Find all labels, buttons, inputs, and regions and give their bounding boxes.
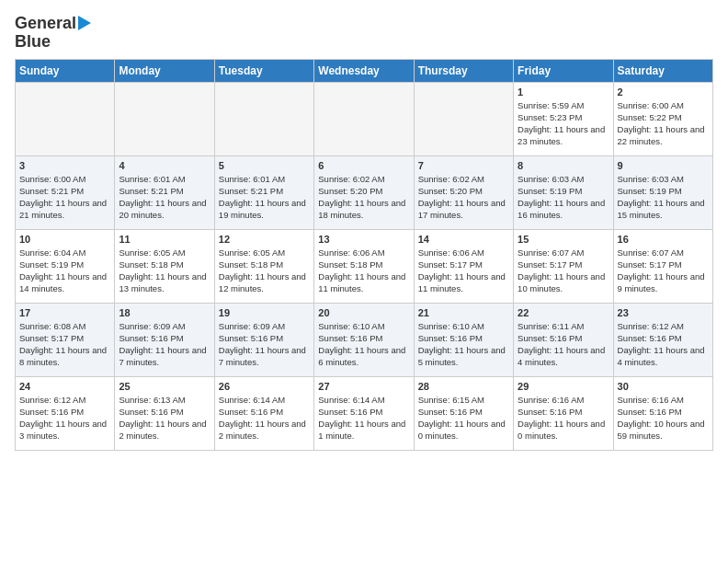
calendar-cell: 2Sunrise: 6:00 AMSunset: 5:22 PMDaylight… <box>613 82 712 155</box>
day-number: 25 <box>119 381 210 392</box>
day-header-saturday: Saturday <box>613 59 712 82</box>
day-number: 2 <box>618 86 709 98</box>
day-number: 13 <box>318 234 409 245</box>
calendar-week-1: 1Sunrise: 5:59 AMSunset: 5:23 PMDaylight… <box>16 82 713 155</box>
day-info: Sunrise: 6:10 AMSunset: 5:16 PMDaylight:… <box>318 320 409 369</box>
calendar-cell: 18Sunrise: 6:09 AMSunset: 5:16 PMDayligh… <box>115 303 214 376</box>
day-number: 30 <box>618 381 709 392</box>
calendar-cell: 13Sunrise: 6:06 AMSunset: 5:18 PMDayligh… <box>314 229 414 303</box>
day-info: Sunrise: 6:07 AMSunset: 5:17 PMDaylight:… <box>618 247 709 295</box>
day-header-friday: Friday <box>514 59 613 82</box>
day-number: 24 <box>19 381 110 392</box>
day-info: Sunrise: 6:03 AMSunset: 5:19 PMDaylight:… <box>518 173 609 222</box>
calendar-cell: 7Sunrise: 6:02 AMSunset: 5:20 PMDaylight… <box>414 155 513 229</box>
day-info: Sunrise: 6:05 AMSunset: 5:18 PMDaylight:… <box>219 247 310 295</box>
calendar-cell <box>414 82 513 155</box>
calendar-cell <box>214 82 313 155</box>
calendar-cell: 17Sunrise: 6:08 AMSunset: 5:17 PMDayligh… <box>16 303 115 376</box>
calendar-cell: 30Sunrise: 6:16 AMSunset: 5:16 PMDayligh… <box>613 376 712 450</box>
day-info: Sunrise: 6:09 AMSunset: 5:16 PMDaylight:… <box>119 320 210 369</box>
calendar-cell: 3Sunrise: 6:00 AMSunset: 5:21 PMDaylight… <box>16 155 115 229</box>
day-info: Sunrise: 6:14 AMSunset: 5:16 PMDaylight:… <box>318 394 409 442</box>
calendar-cell <box>16 82 115 155</box>
day-number: 4 <box>119 160 210 171</box>
day-info: Sunrise: 6:06 AMSunset: 5:18 PMDaylight:… <box>318 247 409 295</box>
calendar-cell: 20Sunrise: 6:10 AMSunset: 5:16 PMDayligh… <box>314 303 414 376</box>
day-number: 21 <box>418 307 509 318</box>
day-number: 10 <box>19 234 110 245</box>
day-number: 1 <box>518 86 609 98</box>
day-info: Sunrise: 6:00 AMSunset: 5:21 PMDaylight:… <box>19 173 110 222</box>
day-info: Sunrise: 6:09 AMSunset: 5:16 PMDaylight:… <box>219 320 310 369</box>
day-info: Sunrise: 6:04 AMSunset: 5:19 PMDaylight:… <box>19 247 110 295</box>
calendar-cell: 24Sunrise: 6:12 AMSunset: 5:16 PMDayligh… <box>16 376 115 450</box>
day-header-wednesday: Wednesday <box>314 59 414 82</box>
calendar-cell: 14Sunrise: 6:06 AMSunset: 5:17 PMDayligh… <box>414 229 513 303</box>
calendar-cell: 21Sunrise: 6:10 AMSunset: 5:16 PMDayligh… <box>414 303 513 376</box>
day-number: 15 <box>518 234 609 245</box>
day-info: Sunrise: 6:12 AMSunset: 5:16 PMDaylight:… <box>618 320 709 369</box>
calendar-cell: 15Sunrise: 6:07 AMSunset: 5:17 PMDayligh… <box>514 229 613 303</box>
day-info: Sunrise: 6:10 AMSunset: 5:16 PMDaylight:… <box>418 320 509 369</box>
calendar-cell: 23Sunrise: 6:12 AMSunset: 5:16 PMDayligh… <box>613 303 712 376</box>
day-info: Sunrise: 6:15 AMSunset: 5:16 PMDaylight:… <box>418 394 509 442</box>
day-info: Sunrise: 5:59 AMSunset: 5:23 PMDaylight:… <box>518 99 609 148</box>
day-number: 9 <box>618 160 709 171</box>
day-number: 6 <box>318 160 409 171</box>
calendar-cell: 8Sunrise: 6:03 AMSunset: 5:19 PMDaylight… <box>514 155 613 229</box>
calendar-cell: 28Sunrise: 6:15 AMSunset: 5:16 PMDayligh… <box>414 376 513 450</box>
calendar-cell: 4Sunrise: 6:01 AMSunset: 5:21 PMDaylight… <box>115 155 214 229</box>
day-info: Sunrise: 6:12 AMSunset: 5:16 PMDaylight:… <box>19 394 110 442</box>
day-info: Sunrise: 6:16 AMSunset: 5:16 PMDaylight:… <box>518 394 609 442</box>
calendar-week-5: 24Sunrise: 6:12 AMSunset: 5:16 PMDayligh… <box>16 376 713 450</box>
day-number: 29 <box>518 381 609 392</box>
day-number: 12 <box>219 234 310 245</box>
calendar-cell: 25Sunrise: 6:13 AMSunset: 5:16 PMDayligh… <box>115 376 214 450</box>
calendar-cell: 5Sunrise: 6:01 AMSunset: 5:21 PMDaylight… <box>214 155 313 229</box>
day-info: Sunrise: 6:01 AMSunset: 5:21 PMDaylight:… <box>219 173 310 222</box>
day-info: Sunrise: 6:14 AMSunset: 5:16 PMDaylight:… <box>219 394 310 442</box>
calendar-week-2: 3Sunrise: 6:00 AMSunset: 5:21 PMDaylight… <box>16 155 713 229</box>
logo-arrow-icon <box>78 16 91 30</box>
calendar-cell: 1Sunrise: 5:59 AMSunset: 5:23 PMDaylight… <box>514 82 613 155</box>
calendar-cell <box>314 82 414 155</box>
day-info: Sunrise: 6:05 AMSunset: 5:18 PMDaylight:… <box>119 247 210 295</box>
day-info: Sunrise: 6:00 AMSunset: 5:22 PMDaylight:… <box>618 99 709 148</box>
day-info: Sunrise: 6:03 AMSunset: 5:19 PMDaylight:… <box>618 173 709 222</box>
day-header-monday: Monday <box>115 59 214 82</box>
day-info: Sunrise: 6:08 AMSunset: 5:17 PMDaylight:… <box>19 320 110 369</box>
day-number: 16 <box>618 234 709 245</box>
day-number: 11 <box>119 234 210 245</box>
logo-general: General <box>15 14 76 32</box>
day-number: 17 <box>19 307 110 318</box>
day-info: Sunrise: 6:02 AMSunset: 5:20 PMDaylight:… <box>318 173 409 222</box>
day-info: Sunrise: 6:02 AMSunset: 5:20 PMDaylight:… <box>418 173 509 222</box>
day-number: 20 <box>318 307 409 318</box>
day-info: Sunrise: 6:01 AMSunset: 5:21 PMDaylight:… <box>119 173 210 222</box>
day-number: 22 <box>518 307 609 318</box>
day-header-tuesday: Tuesday <box>214 59 313 82</box>
day-number: 3 <box>19 160 110 171</box>
day-header-thursday: Thursday <box>414 59 513 82</box>
day-info: Sunrise: 6:06 AMSunset: 5:17 PMDaylight:… <box>418 247 509 295</box>
day-number: 18 <box>119 307 210 318</box>
page-header: General Blue <box>15 15 713 52</box>
calendar-cell: 12Sunrise: 6:05 AMSunset: 5:18 PMDayligh… <box>214 229 313 303</box>
day-number: 26 <box>219 381 310 392</box>
day-number: 28 <box>418 381 509 392</box>
day-info: Sunrise: 6:16 AMSunset: 5:16 PMDaylight:… <box>618 394 709 442</box>
day-number: 23 <box>618 307 709 318</box>
day-number: 27 <box>318 381 409 392</box>
calendar-cell: 26Sunrise: 6:14 AMSunset: 5:16 PMDayligh… <box>214 376 313 450</box>
calendar-body: 1Sunrise: 5:59 AMSunset: 5:23 PMDaylight… <box>16 82 713 450</box>
day-number: 19 <box>219 307 310 318</box>
calendar-table: SundayMondayTuesdayWednesdayThursdayFrid… <box>15 59 713 451</box>
calendar-week-3: 10Sunrise: 6:04 AMSunset: 5:19 PMDayligh… <box>16 229 713 303</box>
day-info: Sunrise: 6:13 AMSunset: 5:16 PMDaylight:… <box>119 394 210 442</box>
day-header-sunday: Sunday <box>16 59 115 82</box>
day-number: 8 <box>518 160 609 171</box>
day-info: Sunrise: 6:11 AMSunset: 5:16 PMDaylight:… <box>518 320 609 369</box>
day-number: 5 <box>219 160 310 171</box>
logo: General Blue <box>15 15 91 52</box>
logo-blue: Blue <box>15 33 51 52</box>
